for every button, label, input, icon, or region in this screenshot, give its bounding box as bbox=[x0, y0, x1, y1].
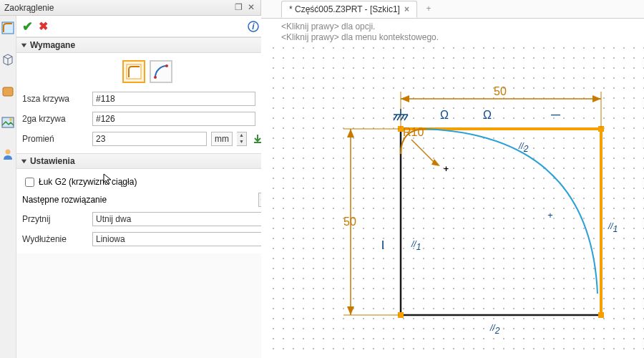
sketch-rectangle bbox=[401, 129, 601, 315]
extend-label: Wydłużenie bbox=[22, 234, 88, 244]
info-icon[interactable]: i bbox=[247, 20, 260, 33]
toolbar-cube-icon[interactable] bbox=[0, 52, 16, 67]
pick-point-marker: + bbox=[444, 164, 449, 174]
coincident-constraint-center: + bbox=[547, 210, 553, 221]
sketch-svg: R10 50 50 bbox=[268, 43, 644, 358]
ok-button[interactable]: ✔ bbox=[19, 19, 36, 34]
radius-dim-text: R10 bbox=[403, 126, 424, 138]
vertical-constraint-left: | bbox=[381, 238, 384, 249]
parallel-constraint-left: //1 bbox=[411, 239, 421, 252]
close-icon[interactable]: ✕ bbox=[246, 3, 256, 13]
toolbar-box-icon[interactable] bbox=[0, 83, 16, 99]
svg-rect-1 bbox=[3, 87, 13, 96]
radius-stepper[interactable]: ▲▼ bbox=[237, 132, 247, 146]
svg-text:50: 50 bbox=[494, 85, 507, 97]
section-required-title: Wymagane bbox=[30, 40, 75, 50]
context-hints: <Kliknij prawy> dla opcji. <Kliknij praw… bbox=[261, 19, 644, 46]
horizontal-constraint: — bbox=[550, 109, 561, 120]
tangent-constraint-1: Ω bbox=[440, 109, 449, 121]
g2-preview-curve bbox=[426, 129, 597, 294]
svg-rect-14 bbox=[254, 142, 261, 143]
curve1-input[interactable] bbox=[92, 92, 255, 106]
mode-arc-button[interactable] bbox=[150, 60, 172, 83]
panel-title: Zaokrąglenie bbox=[4, 3, 230, 13]
svg-line-19 bbox=[411, 140, 436, 165]
g2-arc-checkbox[interactable] bbox=[25, 178, 34, 187]
restore-icon[interactable]: ❐ bbox=[233, 3, 243, 13]
curve2-input[interactable] bbox=[92, 112, 255, 126]
trim-label: Przytnij bbox=[22, 214, 88, 224]
curve2-label: 2ga krzywa bbox=[22, 114, 88, 124]
toolbar-user-icon[interactable] bbox=[0, 146, 16, 162]
hint-line-2: <Kliknij prawy> dla menu kontekstowego. bbox=[281, 32, 624, 43]
next-solution-label: Następne rozwiązanie bbox=[22, 195, 107, 205]
dim-horizontal: 50 bbox=[401, 85, 601, 127]
tangent-constraint-2: Ω bbox=[483, 109, 492, 121]
dim-vertical: 50 bbox=[343, 129, 399, 315]
left-toolbar bbox=[0, 16, 16, 358]
curve1-label: 1sza krzywa bbox=[22, 94, 88, 104]
radius-unit: mm bbox=[211, 132, 233, 146]
new-tab-button[interactable]: + bbox=[421, 4, 436, 18]
toolbar-image-icon[interactable] bbox=[0, 115, 16, 130]
mode-fillet-button[interactable] bbox=[122, 60, 145, 83]
svg-text:i: i bbox=[252, 21, 255, 32]
cancel-button[interactable]: ✖ bbox=[36, 19, 51, 33]
trim-select[interactable]: Utnij dwa bbox=[92, 212, 273, 226]
panel-titlebar: Zaokrąglenie ❐ ✕ bbox=[0, 0, 260, 16]
svg-point-11 bbox=[165, 64, 168, 67]
parallel-constraint-right: //1 bbox=[608, 221, 618, 234]
extend-select[interactable]: Liniowa bbox=[92, 232, 273, 246]
panel-actionbar: ✔ ✖ i bbox=[16, 16, 278, 37]
svg-point-3 bbox=[9, 118, 12, 121]
parallel-constraint-bottom: //2 bbox=[489, 323, 500, 336]
section-settings-header[interactable]: Ustawienia bbox=[16, 153, 278, 169]
radius-input[interactable] bbox=[92, 132, 207, 146]
section-required-header[interactable]: Wymagane bbox=[16, 37, 278, 53]
svg-rect-17 bbox=[598, 312, 604, 318]
svg-point-10 bbox=[154, 76, 157, 79]
hint-line-1: <Kliknij prawy> dla opcji. bbox=[281, 21, 624, 32]
tab-label: * Część005.Z3PRT - [Szkic1] bbox=[289, 4, 400, 14]
document-tabbar: * Część005.Z3PRT - [Szkic1] × + bbox=[261, 0, 644, 19]
svg-text:50: 50 bbox=[343, 216, 356, 228]
toolbar-fillet-icon[interactable] bbox=[0, 20, 16, 36]
document-tab[interactable]: * Część005.Z3PRT - [Szkic1] × bbox=[281, 1, 417, 18]
tab-close-icon[interactable]: × bbox=[404, 4, 409, 14]
canvas-area: * Część005.Z3PRT - [Szkic1] × + <Kliknij… bbox=[261, 0, 644, 358]
sketch-viewport[interactable]: R10 50 50 bbox=[268, 43, 644, 358]
svg-point-4 bbox=[6, 150, 11, 155]
section-settings-title: Ustawienia bbox=[30, 156, 75, 166]
command-panel: Zaokrąglenie ❐ ✕ ✔ ✖ bbox=[0, 0, 261, 358]
g2-arc-label: Łuk G2 (krzywizna ciągła) bbox=[39, 177, 137, 187]
radius-label: Promień bbox=[22, 134, 88, 144]
